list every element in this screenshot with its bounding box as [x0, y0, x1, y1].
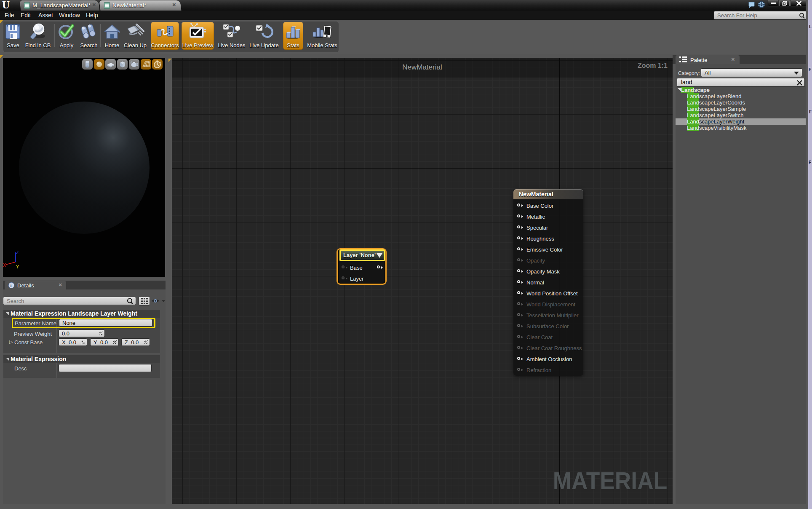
svg-text:Y: Y: [16, 264, 19, 269]
svg-text:Z: Z: [16, 250, 19, 255]
svg-text:X: X: [3, 263, 6, 268]
svg-text:i: i: [11, 283, 12, 288]
